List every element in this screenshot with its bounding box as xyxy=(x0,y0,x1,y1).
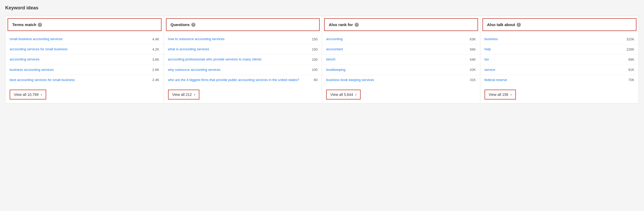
keyword-volume: 2.4K xyxy=(148,78,159,82)
keyword-link[interactable]: accountant xyxy=(326,47,464,52)
view-all-button-terms-match[interactable]: View all 10,769› xyxy=(10,90,46,100)
view-all-label: View all 10,769 xyxy=(14,92,39,97)
keyword-link[interactable]: bench xyxy=(326,57,464,62)
keyword-link[interactable]: business book keeping services xyxy=(326,78,464,82)
column-header-also-talk-about: Also talk about? xyxy=(482,18,637,31)
view-all-button-also-rank-for[interactable]: View all 5,644› xyxy=(326,90,361,100)
keyword-volume: 60 xyxy=(306,78,318,82)
table-row: best accounting services for small busin… xyxy=(5,75,164,85)
column-content-terms-match: small business accounting services4.4Kac… xyxy=(5,33,164,86)
keyword-volume: 31K xyxy=(464,78,476,82)
keyword-volume: 150 xyxy=(306,37,318,41)
keyword-link[interactable]: bookkeeping xyxy=(326,67,464,72)
table-row: small business accounting services4.4K xyxy=(5,34,164,44)
keyword-link[interactable]: how to outsource accounting services xyxy=(168,37,306,41)
keyword-volume: 99K xyxy=(623,58,634,61)
table-row: bench54K xyxy=(322,54,480,65)
keyword-link[interactable]: accounting services for small business xyxy=(10,47,148,52)
keyword-link[interactable]: help xyxy=(485,47,623,52)
help-icon-questions[interactable]: ? xyxy=(191,23,195,27)
keyword-volume: 4.2K xyxy=(148,47,159,51)
view-all-arrow-icon: › xyxy=(510,92,512,97)
view-all-arrow-icon: › xyxy=(194,92,195,97)
table-row: who are the 4 biggest firms that provide… xyxy=(164,75,322,85)
view-all-button-questions[interactable]: View all 212› xyxy=(168,90,200,100)
column-also-talk-about: Also talk about?business315Khelp228Ktax9… xyxy=(480,16,639,103)
keyword-volume: 150 xyxy=(306,47,318,51)
keyword-link[interactable]: what is accounting services xyxy=(168,47,306,52)
column-header-title-also-talk-about: Also talk about xyxy=(487,22,515,27)
column-header-terms-match: Terms match? xyxy=(8,18,162,31)
keyword-link[interactable]: small business accounting services xyxy=(10,37,148,41)
keyword-volume: 315K xyxy=(623,37,634,41)
keyword-link[interactable]: accounting services xyxy=(10,57,148,62)
table-row: tax99K xyxy=(480,54,639,65)
table-row: business book keeping services31K xyxy=(322,75,480,85)
column-questions: Questions?how to outsource accounting se… xyxy=(164,16,322,103)
keyword-volume: 100 xyxy=(306,68,318,72)
keyword-link[interactable]: federal reserve xyxy=(485,78,623,82)
keyword-volume: 63K xyxy=(464,37,476,41)
view-all-label: View all 156 xyxy=(489,92,508,97)
table-row: why outsource accounting services100 xyxy=(164,65,322,75)
table-row: help228K xyxy=(480,44,639,54)
table-row: accounting services for small business4.… xyxy=(5,44,164,54)
keyword-link[interactable]: business xyxy=(485,37,623,41)
view-all-label: View all 212 xyxy=(172,92,192,97)
keyword-volume: 56K xyxy=(464,47,476,51)
view-all-arrow-icon: › xyxy=(355,92,356,97)
keyword-volume: 2.6K xyxy=(148,68,159,72)
view-all-arrow-icon: › xyxy=(41,92,42,97)
keyword-volume: 91K xyxy=(623,68,634,72)
column-header-also-rank-for: Also rank for? xyxy=(324,18,478,31)
keyword-link[interactable]: tax xyxy=(485,57,623,62)
keyword-link[interactable]: accounting xyxy=(326,37,464,41)
keyword-volume: 228K xyxy=(623,47,634,51)
column-terms-match: Terms match?small business accounting se… xyxy=(5,16,164,103)
view-all-button-also-talk-about[interactable]: View all 156› xyxy=(485,90,516,100)
page-title: Keyword ideas xyxy=(5,5,639,11)
keyword-link[interactable]: why outsource accounting services xyxy=(168,67,306,72)
keyword-volume: 42K xyxy=(464,68,476,72)
table-row: accountant56K xyxy=(322,44,480,54)
keyword-volume: 4.4K xyxy=(148,37,159,41)
keyword-link[interactable]: accounting professionals who provide ser… xyxy=(168,57,306,62)
keyword-volume: 3.6K xyxy=(148,58,159,61)
column-header-title-terms-match: Terms match xyxy=(12,22,36,27)
keyword-link[interactable]: business accounting services xyxy=(10,67,148,72)
keyword-link[interactable]: service xyxy=(485,67,623,72)
table-row: business315K xyxy=(480,34,639,44)
help-icon-also-talk-about[interactable]: ? xyxy=(517,23,521,27)
table-row: accounting63K xyxy=(322,34,480,44)
column-content-questions: how to outsource accounting services150w… xyxy=(164,33,322,86)
keyword-volume: 100 xyxy=(306,58,318,61)
keyword-link[interactable]: best accounting services for small busin… xyxy=(10,78,148,82)
table-row: what is accounting services150 xyxy=(164,44,322,54)
table-row: bookkeeping42K xyxy=(322,65,480,75)
table-row: service91K xyxy=(480,65,639,75)
keyword-link[interactable]: who are the 4 biggest firms that provide… xyxy=(168,78,306,82)
column-header-title-also-rank-for: Also rank for xyxy=(329,22,353,27)
table-row: federal reserve70K xyxy=(480,75,639,85)
help-icon-also-rank-for[interactable]: ? xyxy=(355,23,359,27)
column-header-questions: Questions? xyxy=(166,18,320,31)
table-row: accounting professionals who provide ser… xyxy=(164,54,322,65)
table-row: accounting services3.6K xyxy=(5,54,164,65)
view-all-label: View all 5,644 xyxy=(330,92,353,97)
column-content-also-rank-for: accounting63Kaccountant56Kbench54Kbookke… xyxy=(322,33,480,86)
column-also-rank-for: Also rank for?accounting63Kaccountant56K… xyxy=(322,16,480,103)
column-header-title-questions: Questions xyxy=(171,22,190,27)
table-row: business accounting services2.6K xyxy=(5,65,164,75)
keyword-ideas-grid: Terms match?small business accounting se… xyxy=(5,16,639,103)
column-content-also-talk-about: business315Khelp228Ktax99Kservice91Kfede… xyxy=(480,33,639,86)
keyword-volume: 70K xyxy=(623,78,634,82)
help-icon-terms-match[interactable]: ? xyxy=(38,23,42,27)
keyword-volume: 54K xyxy=(464,58,476,61)
table-row: how to outsource accounting services150 xyxy=(164,34,322,44)
